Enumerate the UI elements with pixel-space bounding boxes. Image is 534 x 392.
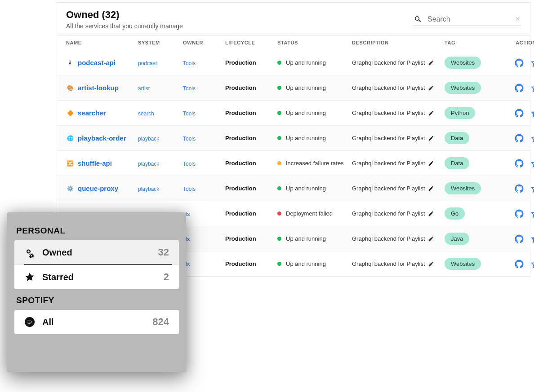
edit-icon[interactable] xyxy=(428,185,434,192)
search-field[interactable]: × xyxy=(413,13,521,26)
edit-icon[interactable] xyxy=(428,211,434,217)
star-icon[interactable] xyxy=(531,134,534,143)
owner-link[interactable]: Tools xyxy=(183,85,196,92)
table-row: 🔶searchersearchToolsProductionUp and run… xyxy=(57,101,530,126)
table-row: 🌐playback-orderplaybackToolsProductionUp… xyxy=(57,126,530,151)
service-link[interactable]: queue-proxy xyxy=(78,185,118,192)
col-system[interactable]: SYSTEM xyxy=(138,40,183,45)
star-icon[interactable] xyxy=(531,84,534,92)
system-link[interactable]: search xyxy=(138,110,154,117)
col-name[interactable]: NAME xyxy=(66,40,138,45)
system-link[interactable]: playback xyxy=(138,186,159,192)
search-input[interactable] xyxy=(427,15,515,24)
system-link[interactable]: playback xyxy=(138,136,159,142)
github-icon[interactable] xyxy=(515,134,524,143)
star-icon[interactable] xyxy=(531,234,534,243)
service-link[interactable]: playback-order xyxy=(78,134,126,142)
status-dot xyxy=(277,262,281,266)
service-icon: 🎙 xyxy=(66,59,74,67)
tag-pill[interactable]: Java xyxy=(445,233,469,245)
description-text: Graphql backend for Playlist xyxy=(352,160,425,167)
star-icon[interactable] xyxy=(531,209,534,218)
status-text: Deployment failed xyxy=(286,210,333,217)
col-lifecycle[interactable]: LIFECYCLE xyxy=(225,40,277,45)
col-status[interactable]: STATUS xyxy=(277,40,352,45)
lifecycle-value: Production xyxy=(225,185,277,192)
owner-link[interactable]: Tools xyxy=(183,136,196,142)
github-icon[interactable] xyxy=(515,184,524,193)
service-icon: 🎨 xyxy=(66,84,74,92)
owner-link[interactable]: Tools xyxy=(183,186,196,192)
status-dot xyxy=(277,186,281,190)
owner-link[interactable]: Tools xyxy=(183,60,196,66)
scope-item-all[interactable]: All824 xyxy=(14,310,179,334)
star-icon[interactable] xyxy=(531,58,534,67)
clear-icon[interactable]: × xyxy=(515,14,520,24)
table-row: 🎨artist-lookupartistToolsProductionUp an… xyxy=(57,75,530,101)
star-icon[interactable] xyxy=(531,260,534,269)
star-icon[interactable] xyxy=(531,184,534,193)
scope-item-owned[interactable]: Owned32 xyxy=(14,240,179,264)
tag-pill[interactable]: Websites xyxy=(445,258,481,270)
edit-icon[interactable] xyxy=(428,236,434,242)
github-icon[interactable] xyxy=(515,260,524,269)
edit-icon[interactable] xyxy=(428,60,434,66)
edit-icon[interactable] xyxy=(428,160,434,167)
edit-icon[interactable] xyxy=(428,85,434,91)
row-actions xyxy=(500,234,534,243)
star-icon[interactable] xyxy=(531,159,534,168)
service-icon: ⚙️ xyxy=(66,185,74,193)
scope-item-count: 824 xyxy=(152,316,169,328)
status-text: Up and running xyxy=(286,110,326,116)
status-text: Up and running xyxy=(286,235,326,242)
system-link[interactable]: playback xyxy=(138,161,159,167)
service-link[interactable]: shuffle-api xyxy=(78,159,112,167)
tag-pill[interactable]: Data xyxy=(445,132,469,144)
gears-icon xyxy=(24,247,35,258)
service-link[interactable]: artist-lookup xyxy=(78,84,119,92)
edit-icon[interactable] xyxy=(428,135,434,141)
system-link[interactable]: artist xyxy=(138,85,150,92)
github-icon[interactable] xyxy=(515,234,524,243)
status-dot xyxy=(277,237,281,241)
status-dot xyxy=(277,211,281,216)
status-text: Up and running xyxy=(286,84,326,91)
row-actions xyxy=(500,84,534,92)
col-tag[interactable]: TAG xyxy=(445,40,500,45)
tag-pill[interactable]: Websites xyxy=(445,57,481,69)
status-dot xyxy=(277,61,281,65)
status-text: Up and running xyxy=(286,59,326,66)
col-description[interactable]: DESCRIPTION xyxy=(352,40,445,45)
tag-pill[interactable]: Go xyxy=(445,207,465,220)
github-icon[interactable] xyxy=(515,109,524,118)
system-link[interactable]: podcast xyxy=(138,60,157,66)
edit-icon[interactable] xyxy=(428,110,434,116)
tag-pill[interactable]: Websites xyxy=(445,182,481,194)
scope-item-label: Owned xyxy=(42,247,151,258)
github-icon[interactable] xyxy=(515,209,524,218)
row-actions xyxy=(500,209,534,218)
tag-pill[interactable]: Python xyxy=(445,107,475,119)
owner-link[interactable]: Tools xyxy=(183,161,196,167)
service-link[interactable]: podcast-api xyxy=(78,59,116,66)
scope-item-starred[interactable]: Starred2 xyxy=(14,264,179,289)
lifecycle-value: Production xyxy=(225,135,277,141)
row-actions xyxy=(500,58,534,67)
github-icon[interactable] xyxy=(515,58,524,67)
col-actions: ACTIONS xyxy=(500,40,534,45)
owner-link[interactable]: Tools xyxy=(183,110,196,117)
tag-pill[interactable]: Data xyxy=(445,157,469,169)
page-subtitle: All the services that you currently mana… xyxy=(66,22,183,30)
description-text: Graphql backend for Playlist xyxy=(352,110,425,116)
github-icon[interactable] xyxy=(515,159,524,168)
lifecycle-value: Production xyxy=(225,59,277,66)
github-icon[interactable] xyxy=(515,84,524,92)
col-owner[interactable]: OWNER xyxy=(183,40,225,45)
tag-pill[interactable]: Websites xyxy=(445,82,481,94)
description-text: Graphql backend for Playlist xyxy=(352,185,425,192)
star-icon xyxy=(24,272,35,282)
star-icon[interactable] xyxy=(531,109,534,118)
edit-icon[interactable] xyxy=(428,261,434,267)
service-link[interactable]: searcher xyxy=(78,109,106,117)
service-icon: 🔶 xyxy=(66,109,74,117)
